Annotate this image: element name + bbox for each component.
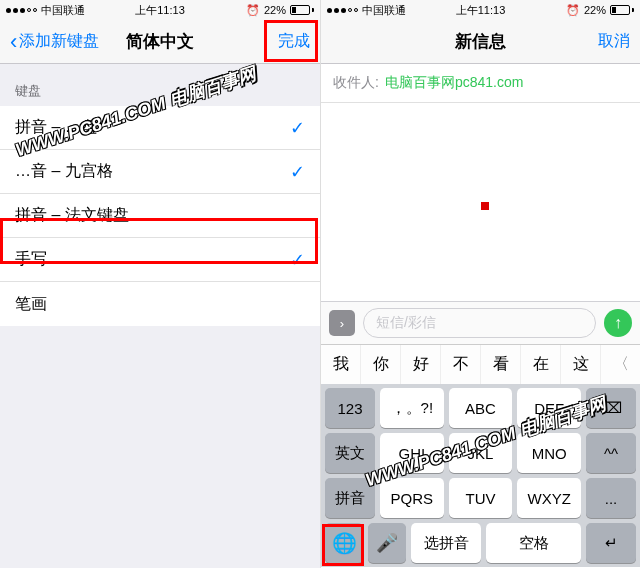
recipient-label: 收件人: (333, 74, 379, 92)
nav-bar: 新信息 取消 (321, 20, 640, 64)
status-bar: 中国联通 上午11:13 ⏰ 22% (0, 0, 320, 20)
key-jkl[interactable]: JKL (449, 433, 513, 473)
key-123[interactable]: 123 (325, 388, 375, 428)
clock: 上午11:13 (135, 3, 185, 18)
key-pinyin[interactable]: 拼音 (325, 478, 375, 518)
back-button[interactable]: ‹添加新键盘 (10, 29, 99, 55)
list-item[interactable]: 手写✓ (0, 238, 320, 282)
suggestion-more[interactable]: 〈 (601, 345, 640, 384)
check-icon: ✓ (290, 161, 305, 183)
suggestion[interactable]: 不 (441, 345, 481, 384)
nav-bar: ‹添加新键盘 简体中文 完成 (0, 20, 320, 64)
mic-button[interactable]: 🎤 (368, 523, 406, 563)
key-tuv[interactable]: TUV (449, 478, 513, 518)
battery-icon (610, 5, 634, 15)
battery-percent: 22% (584, 4, 606, 16)
key-wxyz[interactable]: WXYZ (517, 478, 581, 518)
chevron-right-icon: › (340, 316, 344, 331)
send-button[interactable]: ↑ (604, 309, 632, 337)
signal-dots-icon (327, 8, 358, 13)
cursor-icon (481, 202, 489, 210)
recipient-value: 电脑百事网pc841.com (385, 74, 523, 92)
check-icon: ✓ (290, 117, 305, 139)
key-pqrs[interactable]: PQRS (380, 478, 444, 518)
key-emoji[interactable]: ^^ (586, 433, 636, 473)
return-icon: ↵ (605, 534, 618, 552)
message-input-bar: › 短信/彩信 ↑ (321, 301, 640, 344)
suggestion[interactable]: 这 (561, 345, 601, 384)
key-abc[interactable]: ABC (449, 388, 513, 428)
keyboard-settings-screen: 中国联通 上午11:13 ⏰ 22% ‹添加新键盘 简体中文 完成 键盘 拼音 … (0, 0, 320, 568)
suggestion[interactable]: 好 (401, 345, 441, 384)
list-item[interactable]: …音 – 九宫格✓ (0, 150, 320, 194)
expand-button[interactable]: › (329, 310, 355, 336)
section-header: 键盘 (0, 64, 320, 106)
key-def[interactable]: DEF (517, 388, 581, 428)
signal-dots-icon (6, 8, 37, 13)
suggestion-bar: 我 你 好 不 看 在 这 〈 (321, 344, 640, 384)
battery-percent: 22% (264, 4, 286, 16)
page-title: 新信息 (455, 30, 506, 53)
alarm-icon: ⏰ (246, 4, 260, 17)
globe-button[interactable]: 🌐 (325, 523, 363, 563)
carrier-label: 中国联通 (41, 3, 85, 18)
key-mno[interactable]: MNO (517, 433, 581, 473)
suggestion[interactable]: 看 (481, 345, 521, 384)
list-item[interactable]: 拼音 – 法文键盘 (0, 194, 320, 238)
list-item[interactable]: 笔画 (0, 282, 320, 326)
suggestion[interactable]: 我 (321, 345, 361, 384)
key-backspace[interactable]: ⌫ (586, 388, 636, 428)
select-pinyin-key[interactable]: 选拼音 (411, 523, 481, 563)
suggestion[interactable]: 你 (361, 345, 401, 384)
key-ghi[interactable]: GHI (380, 433, 444, 473)
cancel-button[interactable]: 取消 (598, 31, 630, 52)
key-punct[interactable]: ，。?! (380, 388, 444, 428)
return-key[interactable]: ↵ (586, 523, 636, 563)
recipient-row[interactable]: 收件人: 电脑百事网pc841.com (321, 64, 640, 103)
done-button[interactable]: 完成 (278, 31, 310, 52)
key-more[interactable]: ... (586, 478, 636, 518)
status-bar: 中国联通 上午11:13 ⏰ 22% (321, 0, 640, 20)
message-input[interactable]: 短信/彩信 (363, 308, 596, 338)
page-title: 简体中文 (126, 30, 194, 53)
list-item[interactable]: 拼音 – …盘✓ (0, 106, 320, 150)
keyboard: 123 ，。?! ABC DEF ⌫ 英文 GHI JKL MNO ^^ 拼音 … (321, 384, 640, 567)
key-english[interactable]: 英文 (325, 433, 375, 473)
globe-icon: 🌐 (332, 531, 357, 555)
mic-icon: 🎤 (376, 532, 398, 554)
compose-area[interactable] (321, 103, 640, 301)
empty-area (0, 326, 320, 568)
arrow-up-icon: ↑ (614, 314, 622, 332)
check-icon: ✓ (290, 249, 305, 271)
alarm-icon: ⏰ (566, 4, 580, 17)
new-message-screen: 中国联通 上午11:13 ⏰ 22% 新信息 取消 收件人: 电脑百事网pc84… (320, 0, 640, 568)
battery-icon (290, 5, 314, 15)
space-key[interactable]: 空格 (486, 523, 581, 563)
suggestion[interactable]: 在 (521, 345, 561, 384)
chevron-left-icon: ‹ (10, 29, 17, 55)
clock: 上午11:13 (456, 3, 506, 18)
carrier-label: 中国联通 (362, 3, 406, 18)
keyboard-list: 拼音 – …盘✓ …音 – 九宫格✓ 拼音 – 法文键盘 手写✓ 笔画 (0, 106, 320, 326)
